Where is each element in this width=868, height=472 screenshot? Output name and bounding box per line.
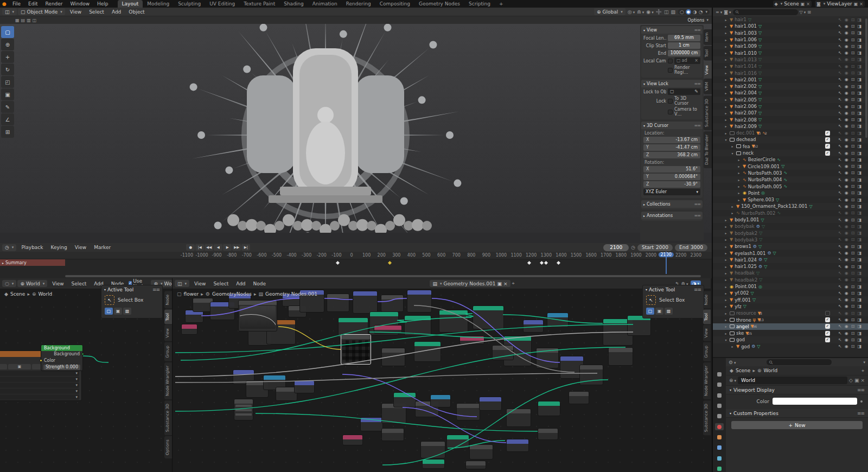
menu-object[interactable]: Object — [125, 9, 148, 15]
render-disable-icon[interactable]: ◨ — [857, 304, 861, 309]
select-arrow-icon[interactable]: ↖ — [838, 30, 842, 35]
color-swatch[interactable] — [773, 398, 857, 405]
filter-funnel-icon[interactable]: ▽▾ — [800, 10, 806, 15]
workspace-tab-scripting[interactable]: Scripting — [464, 0, 495, 8]
timeline-tracks[interactable] — [0, 259, 712, 274]
outliner-row[interactable]: ▸▼hair1.016▽↖◉⊡◨ — [713, 69, 868, 76]
viewport-disable-icon[interactable]: ⊡ — [851, 218, 855, 222]
viewport-disable-icon[interactable]: ⊡ — [851, 111, 855, 116]
outliner-row[interactable]: ▸▼hair1.009▽↖◉⊡◨ — [713, 43, 868, 49]
outliner-scrollbar[interactable] — [865, 18, 867, 138]
tab-tool[interactable]: Tool — [703, 310, 711, 324]
render-disable-icon[interactable]: ◨ — [857, 144, 861, 149]
graph-node[interactable] — [327, 294, 349, 312]
tab-item[interactable]: Item — [704, 29, 712, 45]
editor-type-button[interactable]: ◷▾ — [2, 244, 16, 251]
select-arrow-icon[interactable]: ↖ — [838, 184, 842, 189]
background-node[interactable]: Background Background Color Strength 0.0… — [41, 345, 83, 371]
render-disable-icon[interactable]: ◨ — [857, 218, 861, 222]
render-disable-icon[interactable]: ◨ — [857, 117, 861, 122]
tab-view[interactable]: View — [703, 325, 711, 341]
viewport-disable-icon[interactable]: ⊡ — [851, 117, 855, 122]
outliner-row[interactable]: ▸▼hair2.004▽↖◉⊡◨ — [713, 90, 868, 96]
render-disable-icon[interactable]: ◨ — [857, 50, 861, 55]
viewport-disable-icon[interactable]: ⊡ — [851, 224, 855, 229]
render-disable-icon[interactable]: ◨ — [857, 311, 861, 316]
hide-eye-icon[interactable]: ◉ — [845, 311, 848, 316]
select-arrow-icon[interactable]: ↖ — [838, 111, 842, 116]
viewport-disable-icon[interactable]: ⊡ — [851, 211, 855, 215]
outliner-row[interactable]: ▸▼eyelash1.001⚙▽↖◉⊡◨ — [713, 250, 868, 256]
viewport-disable-icon[interactable]: ⊡ — [851, 37, 855, 42]
outliner-row[interactable]: ▸▼body1.001▽↖◉⊡◨ — [713, 216, 868, 223]
fake-user-icon[interactable]: ◇ — [849, 378, 853, 383]
graph-node[interactable] — [538, 401, 560, 416]
workspace-tab-modeling[interactable]: Modeling — [143, 0, 174, 8]
viewport-disable-icon[interactable]: ⊡ — [851, 91, 855, 95]
render-disable-icon[interactable]: ◨ — [857, 164, 861, 169]
graph-node[interactable] — [360, 417, 383, 431]
select-arrow-icon[interactable]: ↖ — [838, 104, 842, 109]
collection-checkbox[interactable]: ✓ — [825, 337, 830, 342]
graph-node[interactable] — [420, 441, 445, 458]
workspace-tab-shading[interactable]: Shading — [279, 0, 308, 8]
outliner-row[interactable]: ▸angel▼96✓↖◉⊡◨ — [713, 323, 868, 330]
keyframe-diamond[interactable] — [557, 261, 560, 265]
viewport-disable-icon[interactable]: ⊡ — [851, 337, 855, 342]
hide-eye-icon[interactable]: ◉ — [845, 291, 848, 296]
graph-node[interactable] — [404, 315, 431, 336]
render-disable-icon[interactable]: ◨ — [857, 91, 861, 95]
options-dropdown[interactable]: ▾ — [863, 360, 865, 365]
viewport-disable-icon[interactable]: ⊡ — [851, 97, 855, 102]
outliner-row[interactable]: ▸ske▼25✓↖◉⊡◨ — [713, 330, 868, 336]
render-disable-icon[interactable]: ◨ — [857, 204, 861, 209]
viewport-disable-icon[interactable]: ⊡ — [851, 311, 855, 316]
viewport-disable-icon[interactable]: ⊡ — [851, 331, 855, 336]
shading-material-icon[interactable]: ◑ — [693, 9, 697, 15]
viewport-disable-icon[interactable]: ⊡ — [851, 344, 855, 349]
menu-edit[interactable]: Edit — [24, 1, 41, 7]
graph-node[interactable] — [353, 291, 378, 314]
viewport-disable-icon[interactable]: ⊡ — [851, 157, 855, 162]
outliner-row[interactable]: ▸▼Circle109.001▽↖◉⊡◨ — [713, 163, 868, 170]
outliner-row[interactable]: ▸∿NurbsPath.002∿↖◉⊡◨ — [713, 210, 868, 216]
cursor-tool[interactable]: ⊕ — [1, 39, 14, 50]
transform-tool[interactable]: ▣ — [1, 88, 14, 100]
copy-icon[interactable]: ▣ — [854, 378, 859, 383]
select-arrow-icon[interactable]: ↖ — [838, 257, 842, 262]
menu-render[interactable]: Render — [42, 1, 67, 7]
menu-view[interactable]: View — [66, 9, 85, 15]
shader-type-dropdown[interactable]: ⊕World▾ — [17, 280, 47, 287]
select-arrow-icon[interactable]: ↖ — [838, 57, 842, 62]
select-arrow-icon[interactable]: ↖ — [838, 177, 842, 182]
hide-eye-icon[interactable]: ◉ — [845, 231, 848, 235]
hide-eye-icon[interactable]: ◉ — [845, 111, 848, 116]
scale-tool[interactable]: ◰ — [1, 76, 14, 88]
viewport-disable-icon[interactable]: ⊡ — [851, 84, 855, 89]
ruler-tick[interactable]: -600 — [257, 253, 266, 258]
shading-rendered-icon[interactable]: ◔ — [699, 9, 703, 15]
hide-eye-icon[interactable]: ◉ — [845, 190, 848, 195]
render-disable-icon[interactable]: ◨ — [857, 71, 861, 75]
render-disable-icon[interactable]: ◨ — [857, 244, 861, 249]
menu-view[interactable]: View — [71, 245, 90, 250]
ruler-tick[interactable]: 900 — [482, 253, 490, 258]
graph-node[interactable] — [523, 320, 544, 333]
outliner-row[interactable]: ▸fea▼52✓↖◉⊡◨ — [713, 143, 868, 150]
viewport-disable-icon[interactable]: ⊡ — [851, 244, 855, 249]
render-disable-icon[interactable]: ◨ — [857, 124, 861, 129]
ruler-tick[interactable]: -500 — [272, 253, 282, 258]
viewport-disable-icon[interactable]: ⊡ — [851, 104, 855, 109]
graph-node[interactable] — [381, 428, 404, 441]
workspace-tab-uv-editing[interactable]: UV Editing — [205, 0, 239, 8]
menu-file[interactable]: File — [9, 1, 24, 7]
select-arrow-icon[interactable]: ↖ — [838, 237, 842, 242]
select-box-tool[interactable]: ▢ — [1, 26, 14, 38]
graph-node[interactable] — [430, 394, 451, 407]
hide-eye-icon[interactable]: ◉ — [845, 337, 848, 342]
ruler-tick[interactable]: -900 — [212, 253, 222, 258]
graph-node[interactable] — [547, 312, 569, 328]
render-disable-icon[interactable]: ◨ — [857, 24, 861, 29]
keyframe-diamond[interactable] — [544, 261, 548, 265]
tab-node[interactable]: Node — [164, 291, 172, 309]
